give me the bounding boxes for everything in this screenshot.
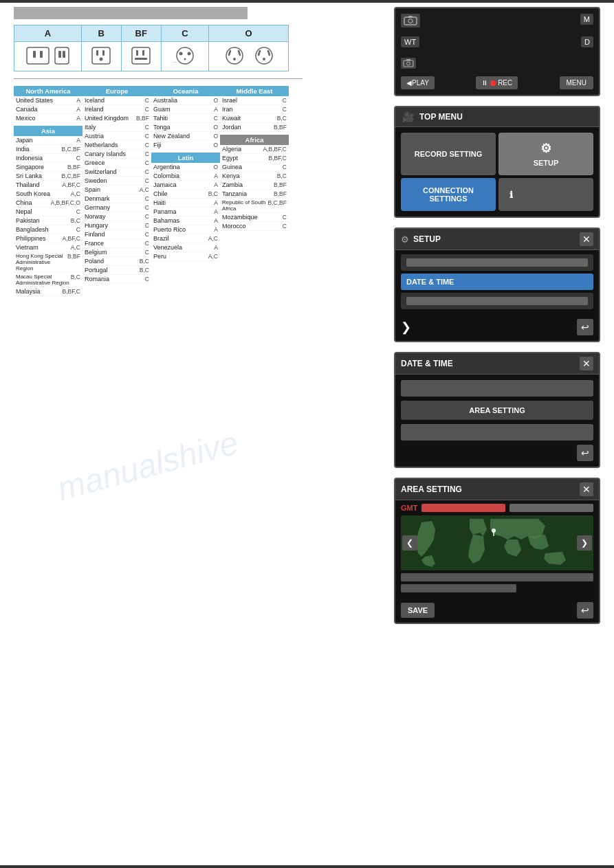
svg-rect-7 bbox=[96, 50, 98, 56]
region-europe: Europe bbox=[83, 86, 151, 96]
svg-rect-2 bbox=[40, 51, 43, 58]
photo-icon bbox=[401, 58, 416, 69]
setup-item-datetime-label: DATE & TIME bbox=[406, 278, 454, 286]
gmt-bar bbox=[421, 504, 505, 512]
svg-rect-11 bbox=[136, 50, 138, 56]
region-north-america: North America bbox=[14, 86, 83, 96]
plug-type-o: O bbox=[209, 25, 289, 42]
svg-line-24 bbox=[259, 51, 260, 55]
plug-type-bf: BF bbox=[121, 25, 161, 42]
gmt-row: GMT bbox=[395, 500, 599, 515]
svg-rect-0 bbox=[27, 47, 49, 64]
plug-symbol-bf bbox=[121, 42, 161, 71]
area-setting-button[interactable]: AREA SETTING bbox=[401, 401, 593, 420]
setup-item-datetime[interactable]: DATE & TIME bbox=[401, 274, 593, 290]
datetime-header: DATE & TIME ✕ bbox=[395, 353, 599, 375]
gear-icon-setup: ⚙ bbox=[401, 234, 409, 245]
svg-rect-27 bbox=[404, 17, 417, 25]
countries-section: North America United StatesA CanadaA Mex… bbox=[14, 86, 289, 296]
svg-rect-12 bbox=[142, 50, 144, 56]
connection-settings-button[interactable]: CONNECTION SETTINGS bbox=[401, 178, 496, 211]
setup-items: DATE & TIME bbox=[395, 250, 599, 316]
svg-line-21 bbox=[239, 51, 240, 55]
datetime-close-button[interactable]: ✕ bbox=[580, 357, 593, 370]
svg-rect-5 bbox=[63, 51, 65, 58]
save-button[interactable]: SAVE bbox=[401, 603, 435, 618]
svg-rect-6 bbox=[92, 47, 110, 64]
left-column: A B BF C O bbox=[14, 7, 303, 296]
top-menu-screen: 🎥 TOP MENU RECORD SETTING ⚙ SETUP CONNEC… bbox=[394, 106, 600, 218]
setup-header: ⚙ SETUP ✕ bbox=[395, 229, 599, 250]
section-header-bar bbox=[14, 7, 248, 19]
svg-rect-29 bbox=[408, 16, 413, 18]
watermark: manualshive bbox=[53, 423, 242, 508]
plug-symbol-a bbox=[14, 42, 82, 71]
map-nav-right-button[interactable]: ❯ bbox=[577, 535, 592, 550]
setup-item-1[interactable] bbox=[401, 254, 593, 271]
menu-button[interactable]: MENU bbox=[560, 76, 593, 89]
svg-point-16 bbox=[187, 52, 190, 56]
plug-type-a: A bbox=[14, 25, 82, 42]
close-button[interactable]: ✕ bbox=[580, 232, 593, 246]
datetime-back-button[interactable]: ↩ bbox=[577, 445, 593, 461]
info-icon: ℹ bbox=[504, 188, 518, 201]
region-asia: Asia bbox=[14, 126, 83, 136]
svg-rect-4 bbox=[58, 51, 61, 58]
svg-line-20 bbox=[229, 51, 230, 55]
setup-label: SETUP bbox=[534, 159, 559, 167]
plug-type-b: B bbox=[81, 25, 121, 42]
svg-line-25 bbox=[268, 51, 270, 55]
pause-icon: ⏸ bbox=[481, 79, 488, 87]
setup-title: SETUP bbox=[413, 234, 441, 244]
camera-icon bbox=[401, 14, 420, 27]
wt-label: WT bbox=[401, 36, 419, 47]
datetime-field-1[interactable] bbox=[401, 380, 593, 397]
area-title: AREA SETTING bbox=[401, 485, 462, 494]
play-button[interactable]: ◀PLAY bbox=[401, 76, 435, 89]
region-africa: Africa bbox=[220, 135, 289, 145]
record-setting-button[interactable]: RECORD SETTING bbox=[401, 133, 496, 175]
area-bottom: SAVE ↩ bbox=[395, 598, 599, 623]
svg-point-9 bbox=[100, 58, 103, 61]
svg-rect-10 bbox=[132, 47, 150, 64]
setup-item-bar-3 bbox=[406, 297, 588, 305]
map-nav-left-button[interactable]: ❮ bbox=[402, 535, 417, 550]
setup-item-3[interactable] bbox=[401, 293, 593, 309]
gmt-label: GMT bbox=[401, 504, 417, 512]
gmt-time-bar bbox=[509, 504, 593, 512]
svg-point-28 bbox=[408, 19, 413, 23]
top-rule bbox=[0, 0, 614, 3]
setup-button[interactable]: ⚙ SETUP bbox=[498, 133, 593, 175]
area-back-button[interactable]: ↩ bbox=[577, 602, 593, 619]
bottom-rule bbox=[0, 865, 614, 868]
setup-item-bar-1 bbox=[406, 258, 588, 267]
info-button[interactable]: ℹ bbox=[498, 178, 593, 211]
svg-rect-1 bbox=[33, 51, 36, 58]
region-oceania: Oceania bbox=[151, 86, 220, 96]
svg-rect-32 bbox=[406, 59, 410, 61]
camera-viewfinder-screen: M WT D ◀PLAY ⏸ REC MENU bbox=[394, 7, 600, 96]
datetime-title: DATE & TIME bbox=[401, 359, 453, 368]
right-column: M WT D ◀PLAY ⏸ REC MENU bbox=[394, 7, 600, 634]
top-menu-title: TOP MENU bbox=[419, 112, 463, 122]
area-setting-screen: AREA SETTING ✕ GMT bbox=[394, 478, 600, 624]
svg-point-26 bbox=[263, 58, 265, 60]
plug-type-c: C bbox=[161, 25, 208, 42]
datetime-body: AREA SETTING ↩ bbox=[395, 375, 599, 467]
plug-types-table: A B BF C O bbox=[14, 25, 289, 71]
rec-button[interactable]: ⏸ REC bbox=[476, 76, 518, 89]
svg-rect-30 bbox=[404, 60, 413, 67]
area-close-button[interactable]: ✕ bbox=[580, 482, 593, 496]
setup-back-button[interactable]: ↩ bbox=[577, 319, 593, 335]
svg-point-14 bbox=[177, 47, 193, 64]
camera-icon-small: 🎥 bbox=[402, 111, 414, 122]
svg-point-17 bbox=[184, 58, 186, 60]
area-name-bar-1 bbox=[401, 573, 593, 581]
plug-symbol-o bbox=[209, 42, 289, 71]
m-label: M bbox=[580, 14, 593, 25]
svg-point-15 bbox=[179, 52, 182, 56]
datetime-field-2[interactable] bbox=[401, 424, 593, 441]
setup-down-arrow[interactable]: ❯ bbox=[401, 320, 411, 335]
divider1 bbox=[14, 78, 303, 79]
svg-rect-3 bbox=[55, 47, 69, 64]
